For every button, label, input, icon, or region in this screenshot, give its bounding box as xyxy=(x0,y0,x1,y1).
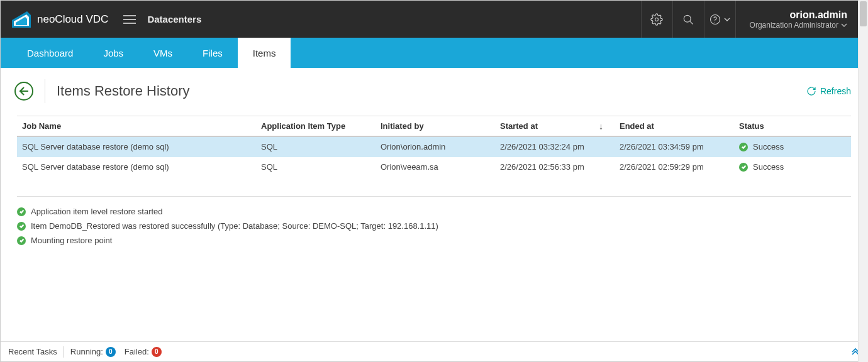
col-initiated-by[interactable]: Initiated by xyxy=(376,121,495,131)
tab-files[interactable]: Files xyxy=(187,38,238,68)
status-bar: Recent Tasks Running: 0 Failed: 0 xyxy=(1,341,867,361)
recent-tasks-label[interactable]: Recent Tasks xyxy=(8,347,57,356)
tab-jobs[interactable]: Jobs xyxy=(88,38,138,68)
scrollbar[interactable] xyxy=(858,38,867,341)
failed-count-badge: 0 xyxy=(152,347,162,357)
cell-job-name: SQL Server database restore (demo sql) xyxy=(17,142,256,151)
cell-initiated-by: Orion\orion.admin xyxy=(376,142,495,151)
tab-dashboard[interactable]: Dashboard xyxy=(12,38,88,68)
cell-started-at: 2/26/2021 03:32:24 pm xyxy=(495,142,615,151)
log-line: Item DemoDB_Restored was restored succes… xyxy=(17,219,851,233)
sort-desc-icon: ↓ xyxy=(599,121,603,131)
log-line: Mounting restore point xyxy=(17,233,851,248)
cell-status: Success xyxy=(734,142,851,151)
top-icons xyxy=(641,1,735,38)
success-icon xyxy=(17,236,26,245)
back-button[interactable] xyxy=(14,82,33,101)
user-name: orion.admin xyxy=(789,9,847,21)
col-started-at[interactable]: Started at↓ xyxy=(495,121,615,131)
tab-vms[interactable]: VMs xyxy=(138,38,187,68)
cell-status: Success xyxy=(734,162,851,172)
table-row[interactable]: SQL Server database restore (demo sql)SQ… xyxy=(17,157,851,177)
col-job-name[interactable]: Job Name xyxy=(17,121,256,131)
search-button[interactable] xyxy=(672,1,704,38)
col-ended-at[interactable]: Ended at xyxy=(615,121,734,131)
cell-item-type: SQL xyxy=(256,162,376,172)
svg-point-7 xyxy=(715,21,715,22)
col-status[interactable]: Status xyxy=(734,121,851,131)
top-bar: neoCloud VDC Datacenters orion.admin Org… xyxy=(1,1,867,38)
grid-header: Job Name Application Item Type Initiated… xyxy=(17,116,851,137)
log-panel: Application item level restore startedIt… xyxy=(17,196,851,248)
svg-point-3 xyxy=(655,18,659,21)
user-block[interactable]: orion.admin Organization Administrator xyxy=(735,1,856,38)
success-icon xyxy=(17,207,26,216)
cell-job-name: SQL Server database restore (demo sql) xyxy=(17,162,256,172)
cell-started-at: 2/26/2021 02:56:33 pm xyxy=(495,162,615,172)
success-icon xyxy=(739,143,748,151)
success-icon xyxy=(739,163,748,172)
divider xyxy=(45,79,45,103)
cell-ended-at: 2/26/2021 03:34:59 pm xyxy=(615,142,734,151)
menu-icon[interactable] xyxy=(123,15,136,24)
help-button[interactable] xyxy=(704,1,735,38)
cell-ended-at: 2/26/2021 02:59:29 pm xyxy=(615,162,734,172)
brand-text: neoCloud VDC xyxy=(37,13,108,26)
cell-item-type: SQL xyxy=(256,142,376,151)
brand: neoCloud VDC xyxy=(12,11,108,28)
page-title: Items Restore History xyxy=(57,83,806,99)
log-line: Application item level restore started xyxy=(17,204,851,219)
failed-label: Failed: xyxy=(125,347,149,356)
table-row[interactable]: SQL Server database restore (demo sql)SQ… xyxy=(17,137,851,157)
cell-initiated-by: Orion\veeam.sa xyxy=(376,162,495,172)
svg-point-4 xyxy=(684,15,691,22)
success-icon xyxy=(17,222,26,231)
history-grid: Job Name Application Item Type Initiated… xyxy=(17,116,851,177)
user-role: Organization Administrator xyxy=(750,21,847,30)
svg-line-5 xyxy=(690,21,693,24)
breadcrumb[interactable]: Datacenters xyxy=(147,14,201,25)
brand-logo xyxy=(12,11,31,28)
col-item-type[interactable]: Application Item Type xyxy=(256,121,376,131)
tab-items[interactable]: Items xyxy=(238,38,291,68)
refresh-button[interactable]: Refresh xyxy=(806,86,851,96)
chevron-down-icon xyxy=(724,16,730,23)
chevron-down-icon xyxy=(841,22,847,28)
tab-bar: DashboardJobsVMsFilesItems xyxy=(1,38,867,68)
settings-button[interactable] xyxy=(641,1,672,38)
running-count-badge: 0 xyxy=(106,347,116,357)
page-header: Items Restore History Refresh xyxy=(1,68,867,112)
running-label: Running: xyxy=(70,347,103,356)
refresh-icon xyxy=(806,86,816,96)
